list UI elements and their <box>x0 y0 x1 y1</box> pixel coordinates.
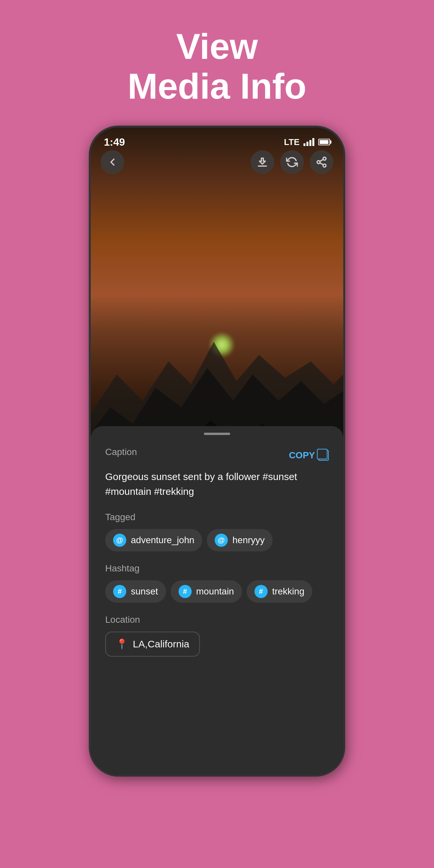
tagged-list: @ adventure_john @ henryyy <box>105 529 329 551</box>
tagged-label: Tagged <box>105 512 329 522</box>
caption-label: Caption <box>105 447 137 457</box>
hashtag-list: # sunset # mountain # trekking <box>105 580 329 603</box>
hash-icon: # <box>179 585 192 598</box>
tagged-username-0: adventure_john <box>131 535 194 546</box>
tagged-username-1: henryyy <box>232 535 265 546</box>
location-chip[interactable]: 📍 LA,California <box>105 631 200 657</box>
at-icon: @ <box>113 534 126 547</box>
at-icon: @ <box>215 534 228 547</box>
caption-header: Caption COPY <box>105 447 329 464</box>
lte-label: LTE <box>284 137 300 147</box>
svg-line-7 <box>320 159 323 161</box>
hashtag-name-2: trekking <box>272 586 305 597</box>
tagged-user-1[interactable]: @ henryyy <box>207 529 273 551</box>
action-buttons-right <box>251 150 333 174</box>
location-name: LA,California <box>133 639 189 650</box>
hashtag-0[interactable]: # sunset <box>105 580 166 603</box>
location-pin-icon: 📍 <box>116 638 128 650</box>
battery-icon <box>318 139 330 145</box>
copy-icon <box>318 450 329 461</box>
page-title: View Media Info <box>128 26 306 106</box>
copy-label: COPY <box>289 450 315 461</box>
hashtag-name-1: mountain <box>196 586 234 597</box>
bottom-panel: Caption COPY Gorgeous sunset sent by a f… <box>91 426 343 775</box>
hash-icon: # <box>113 585 126 598</box>
hashtag-name-0: sunset <box>131 586 158 597</box>
share-button[interactable] <box>310 150 333 174</box>
hashtag-1[interactable]: # mountain <box>170 580 242 603</box>
phone-mockup: 1:49 LTE <box>89 126 345 777</box>
caption-text: Gorgeous sunset sent by a follower #suns… <box>105 469 329 499</box>
download-button[interactable] <box>251 150 274 174</box>
status-icons: LTE <box>284 137 330 147</box>
signal-icon <box>304 138 314 146</box>
action-bar <box>91 147 343 177</box>
location-label: Location <box>105 615 329 625</box>
hashtag-label: Hashtag <box>105 563 329 574</box>
refresh-button[interactable] <box>280 150 304 174</box>
back-button[interactable] <box>101 150 124 174</box>
svg-line-6 <box>320 163 323 165</box>
hashtag-2[interactable]: # trekking <box>247 580 312 603</box>
hash-icon: # <box>254 585 268 598</box>
drag-handle <box>204 433 230 435</box>
location-section: Location 📍 LA,California <box>105 615 329 657</box>
copy-button[interactable]: COPY <box>289 450 329 461</box>
tagged-user-0[interactable]: @ adventure_john <box>105 529 202 551</box>
status-time: 1:49 <box>104 136 125 148</box>
